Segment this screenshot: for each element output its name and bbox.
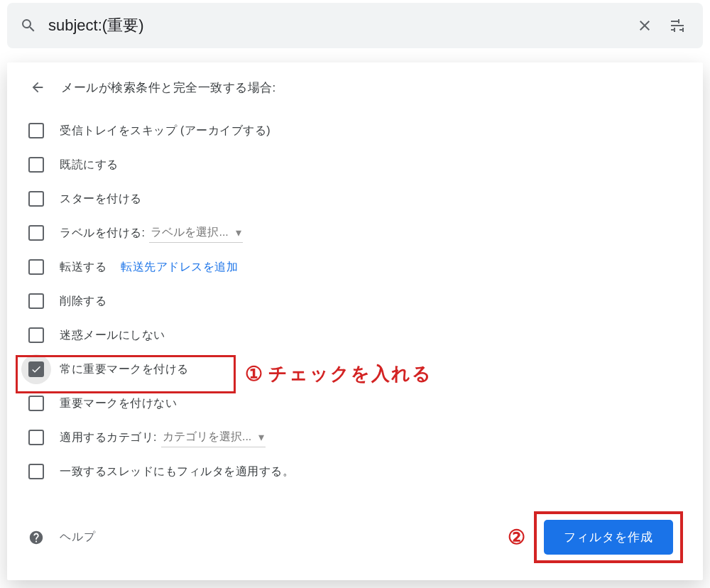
option-categorize[interactable]: 適用するカテゴリ: カテゴリを選択... ▾ xyxy=(27,420,683,454)
checkbox-skip-inbox[interactable] xyxy=(28,123,44,138)
checkbox-highlight-ring xyxy=(21,354,51,384)
filter-options-panel: メールが検索条件と完全一致する場合: 受信トレイをスキップ (アーカイブする) … xyxy=(7,62,703,580)
option-apply-matching[interactable]: 一致するスレッドにもフィルタを適用する。 xyxy=(27,454,683,489)
option-delete[interactable]: 削除する xyxy=(27,284,683,318)
option-label: 一致するスレッドにもフィルタを適用する。 xyxy=(60,464,294,479)
checkbox-apply-label[interactable] xyxy=(28,225,44,241)
option-label: 既読にする xyxy=(60,158,119,173)
annotation-text-1: チェックを入れる xyxy=(268,361,432,386)
category-select[interactable]: カテゴリを選択... ▾ xyxy=(161,428,266,447)
checkbox-never-important[interactable] xyxy=(28,396,44,411)
option-never-spam[interactable]: 迷惑メールにしない xyxy=(27,318,683,352)
create-filter-button[interactable]: フィルタを作成 xyxy=(544,520,673,555)
checkbox-star[interactable] xyxy=(28,191,44,207)
help-icon[interactable] xyxy=(28,530,44,545)
option-star[interactable]: スターを付ける xyxy=(27,182,683,216)
search-icon[interactable] xyxy=(20,17,37,34)
option-label: ラベルを付ける: xyxy=(60,226,145,241)
checkbox-always-important[interactable] xyxy=(28,361,44,377)
checkbox-forward[interactable] xyxy=(28,259,44,275)
clear-icon[interactable] xyxy=(632,13,657,38)
search-input[interactable] xyxy=(37,16,632,35)
annotation-number-2: ② xyxy=(508,526,525,549)
option-label: 重要マークを付けない xyxy=(60,396,177,411)
label-select-text: ラベルを選択... xyxy=(151,225,228,240)
checkbox-apply-matching[interactable] xyxy=(28,464,44,479)
checkbox-mark-read[interactable] xyxy=(28,157,44,173)
option-label: 適用するカテゴリ: xyxy=(60,430,157,445)
checkbox-never-spam[interactable] xyxy=(28,327,44,343)
annotation-1: ① チェックを入れる xyxy=(245,361,432,386)
search-bar xyxy=(7,3,703,48)
label-select[interactable]: ラベルを選択... ▾ xyxy=(149,224,242,243)
caret-down-icon: ▾ xyxy=(258,430,264,444)
option-forward[interactable]: 転送する 転送先アドレスを追加 xyxy=(27,250,683,284)
option-label: 受信トレイをスキップ (アーカイブする) xyxy=(60,124,271,138)
option-skip-inbox[interactable]: 受信トレイをスキップ (アーカイブする) xyxy=(27,114,683,148)
search-options-icon[interactable] xyxy=(665,13,690,38)
caret-down-icon: ▾ xyxy=(236,226,241,239)
category-select-text: カテゴリを選択... xyxy=(163,430,251,445)
option-never-important[interactable]: 重要マークを付けない xyxy=(27,386,683,420)
checkbox-categorize[interactable] xyxy=(28,430,44,445)
option-label: 削除する xyxy=(60,294,106,309)
option-apply-label[interactable]: ラベルを付ける: ラベルを選択... ▾ xyxy=(27,216,683,250)
add-forward-address-link[interactable]: 転送先アドレスを追加 xyxy=(121,260,238,275)
checkbox-delete[interactable] xyxy=(28,293,44,309)
option-label: 常に重要マークを付ける xyxy=(60,362,189,377)
back-arrow-icon[interactable] xyxy=(27,77,48,98)
option-mark-read[interactable]: 既読にする xyxy=(27,148,683,182)
option-label: 迷惑メールにしない xyxy=(60,328,165,343)
option-label: 転送する xyxy=(60,260,106,275)
panel-title: メールが検索条件と完全一致する場合: xyxy=(61,80,276,96)
help-link[interactable]: ヘルプ xyxy=(60,530,96,545)
option-label: スターを付ける xyxy=(60,192,142,207)
annotation-number-1: ① xyxy=(245,362,263,386)
annotation-box-2: フィルタを作成 xyxy=(534,511,683,563)
